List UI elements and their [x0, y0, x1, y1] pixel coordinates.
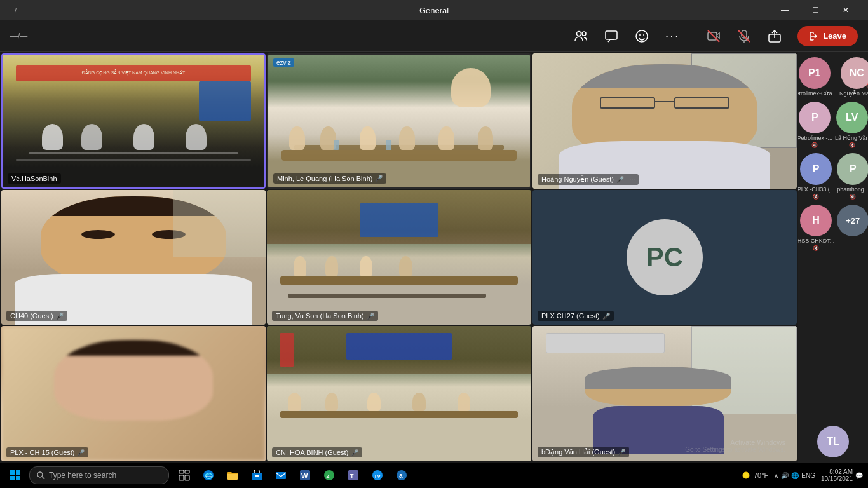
svg-rect-20: [179, 475, 184, 480]
share-button[interactable]: [762, 24, 787, 49]
weather-icon: [741, 470, 751, 480]
start-button[interactable]: [3, 464, 28, 487]
zalo-button[interactable]: Z: [318, 464, 341, 487]
video-tile-plxch15[interactable]: PLX - CH 15 (Guest) 🎤: [1, 326, 266, 461]
teams-toolbar: —/— ···: [0, 20, 868, 52]
leave-button[interactable]: Leave: [797, 26, 858, 46]
participant-card-plus27[interactable]: +27: [837, 205, 868, 236]
svg-rect-2: [606, 31, 617, 39]
participant-card-p2[interactable]: P Petrolimex -... 🔇: [798, 102, 832, 148]
mic-icon-minh: 🎤: [375, 175, 383, 182]
mic-icon-bdang: 🎤: [618, 449, 625, 456]
participant-card-p3[interactable]: P PLX -CH33 (... 🔇: [798, 153, 834, 200]
tile-label-bdang: bĐặng Văn Hải (Guest) 🎤: [538, 447, 629, 458]
tl-row: TL: [801, 426, 865, 458]
reactions-button[interactable]: [629, 24, 654, 49]
mic-icon-plxch15: 🎤: [77, 449, 85, 456]
svg-rect-26: [276, 472, 286, 479]
right-sidebar: P1 Petrolimex-Cửa... NC 🔇 Nguyễn Ma... P…: [798, 52, 868, 463]
video-tile-cn-hoabinh[interactable]: CN. HOA BINH (Guest) 🎤: [267, 326, 531, 461]
minimize-button[interactable]: —: [770, 0, 799, 20]
word-button[interactable]: W: [294, 464, 316, 487]
participant-row-4: H HSB.CHKDT... 🔇 +27: [801, 205, 865, 251]
svg-rect-14: [10, 476, 15, 480]
video-tile-tung[interactable]: Tung, Vu Son (Ha Son Binh) 🎤: [267, 190, 531, 325]
teamviewer-button[interactable]: TV: [366, 464, 389, 487]
video-tile-plxch27[interactable]: PC PLX CH27 (Guest) 🎤: [532, 190, 797, 325]
taskbar-clock[interactable]: 8:02 AM 10/15/2021: [821, 468, 853, 482]
video-tile-ch40[interactable]: CH40 (Guest) 🎤: [1, 190, 266, 325]
mail-button[interactable]: [269, 464, 292, 487]
language-display[interactable]: ENG: [801, 472, 815, 479]
video-tile-bdang[interactable]: bĐặng Văn Hải (Guest) 🎤: [532, 326, 797, 461]
task-view-button[interactable]: [173, 464, 196, 487]
ms-store-button[interactable]: [245, 464, 268, 487]
svg-rect-12: [10, 470, 15, 475]
edge-browser-button[interactable]: [197, 464, 220, 487]
svg-rect-15: [16, 476, 20, 480]
participant-card-h[interactable]: H HSB.CHKDT... 🔇: [798, 205, 834, 251]
video-tile-hoang[interactable]: Hoàng Nguyễn (Guest) 🎤 ···: [532, 53, 797, 189]
participant-card-tl[interactable]: TL: [817, 426, 849, 458]
weather-widget[interactable]: 70°F: [741, 470, 768, 480]
tile-label-tung: Tung, Vu Son (Ha Son Binh) 🎤: [272, 311, 378, 321]
participant-avatar-p4: P: [837, 153, 868, 185]
clock-time: 8:02 AM: [829, 468, 853, 475]
more-button-hoang[interactable]: ···: [629, 175, 635, 183]
participant-card-p4[interactable]: P phamhong... 🔇: [837, 153, 868, 200]
mic-muted-label-p3: 🔇: [813, 194, 819, 200]
participant-name-lv: Lã Hồng Văn: [835, 135, 868, 141]
participant-card-lv[interactable]: LV Lã Hồng Văn 🔇: [835, 102, 868, 148]
show-hidden-icons-button[interactable]: ∧: [774, 472, 778, 479]
taskbar-search[interactable]: Type here to search: [29, 466, 169, 484]
participant-avatar-h: H: [800, 205, 832, 236]
svg-rect-25: [255, 475, 259, 477]
window-title: General: [419, 6, 449, 15]
camera-button[interactable]: [701, 24, 726, 49]
plxch27-avatar: PC: [627, 219, 703, 295]
svg-rect-19: [185, 470, 189, 473]
tile-label-plxch15: PLX - CH 15 (Guest) 🎤: [6, 447, 88, 458]
participant-card-nc[interactable]: NC 🔇 Nguyễn Ma...: [839, 57, 868, 97]
mic-icon-ch40: 🎤: [56, 313, 64, 320]
participant-name-p1: Petrolimex-Cửa...: [798, 90, 837, 97]
maximize-button[interactable]: ☐: [801, 0, 830, 20]
file-explorer-button[interactable]: [221, 464, 244, 487]
tile-label-vc-hasonbinh: Vc.HaSonBinh: [8, 173, 61, 184]
more-actions-button[interactable]: ···: [660, 24, 685, 49]
mic-muted-label-p4: 🔇: [850, 194, 856, 200]
mic-muted-label-p2: 🔇: [811, 142, 818, 148]
toolbar-separator: [693, 27, 693, 45]
svg-point-4: [639, 34, 641, 36]
tile-label-minh: Minh, Le Quang (Ha Son Binh) 🎤: [273, 173, 386, 184]
video-tile-minh[interactable]: ezviz Minh, Le Quang (Ha Son Binh) 🎤: [267, 53, 531, 189]
network-icon[interactable]: 🌐: [791, 472, 799, 479]
video-grid: ĐẢNG CỘNG SẢN VIỆT NAM QUANG VINH NHẤT V…: [0, 52, 798, 463]
teams-button[interactable]: T: [342, 464, 365, 487]
notification-button[interactable]: 💬: [855, 472, 863, 479]
participant-name-p2: Petrolimex -...: [798, 135, 832, 141]
participant-name-h: HSB.CHKDT...: [798, 238, 834, 244]
svg-rect-21: [185, 475, 189, 480]
participant-row-1: P1 Petrolimex-Cửa... NC 🔇 Nguyễn Ma...: [801, 57, 865, 97]
video-tile-vc-hasonbinh[interactable]: ĐẢNG CỘNG SẢN VIỆT NAM QUANG VINH NHẤT V…: [1, 53, 266, 189]
svg-text:W: W: [301, 472, 308, 480]
mic-icon-hoang: 🎤: [616, 176, 624, 183]
svg-point-1: [582, 32, 586, 36]
mic-button[interactable]: [731, 24, 757, 49]
svg-point-16: [37, 472, 43, 477]
temperature-display: 70°F: [754, 471, 768, 479]
taskbar: Type here to search: [0, 463, 868, 488]
svg-line-17: [43, 477, 45, 480]
participant-avatar-plus27: +27: [837, 205, 868, 236]
participants-button[interactable]: [568, 24, 593, 49]
close-button[interactable]: ✕: [831, 0, 860, 20]
toolbar-meeting-label: —/—: [10, 32, 27, 41]
svg-rect-13: [16, 470, 20, 475]
app-button[interactable]: a: [390, 464, 413, 487]
participant-card-p1[interactable]: P1 Petrolimex-Cửa...: [798, 57, 837, 97]
chat-button[interactable]: [599, 24, 624, 49]
mic-icon-plxch27: 🎤: [602, 313, 610, 320]
sound-icon[interactable]: 🔊: [781, 472, 789, 479]
tray-separator: [771, 469, 771, 482]
